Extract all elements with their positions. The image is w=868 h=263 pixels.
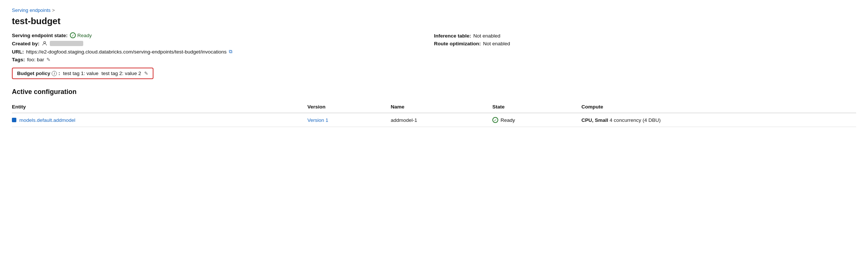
active-configuration-title: Active configuration bbox=[12, 88, 856, 96]
entity-cell: models.default.addmodel bbox=[12, 113, 307, 127]
state-cell: ✓ Ready bbox=[492, 113, 582, 127]
config-table: Entity Version Name State Compute models… bbox=[12, 101, 856, 127]
url-label: URL: bbox=[12, 49, 24, 55]
svg-point-0 bbox=[44, 42, 46, 43]
entity-square-icon bbox=[12, 118, 16, 122]
breadcrumb: Serving endpoints > bbox=[12, 7, 856, 13]
col-compute: Compute bbox=[582, 101, 856, 113]
breadcrumb-link[interactable]: Serving endpoints bbox=[12, 7, 51, 13]
url-text: https://e2-dogfood.staging.cloud.databri… bbox=[26, 49, 227, 55]
table-header-row: Entity Version Name State Compute bbox=[12, 101, 856, 113]
breadcrumb-separator: > bbox=[52, 7, 55, 13]
inference-value: Not enabled bbox=[473, 33, 501, 39]
tags-edit-icon[interactable]: ✎ bbox=[46, 57, 51, 62]
created-by-row: Created by: bbox=[12, 40, 434, 46]
version-cell: Version 1 bbox=[307, 113, 391, 127]
version-link[interactable]: Version 1 bbox=[307, 117, 328, 123]
col-entity: Entity bbox=[12, 101, 307, 113]
budget-policy-box: Budget policy i : test tag 1: value test… bbox=[12, 68, 153, 79]
budget-policy-info-icon[interactable]: i bbox=[52, 71, 57, 76]
state-check-icon: ✓ bbox=[492, 117, 498, 123]
meta-right: Inference table: Not enabled Route optim… bbox=[434, 32, 856, 66]
route-label: Route optimization: bbox=[434, 41, 481, 46]
state-ready-text: Ready bbox=[501, 117, 515, 123]
route-row: Route optimization: Not enabled bbox=[434, 41, 856, 46]
route-value: Not enabled bbox=[483, 41, 510, 46]
page-title: test-budget bbox=[12, 16, 856, 26]
budget-tag-2: test tag 2: value 2 bbox=[101, 71, 141, 76]
compute-cell: CPU, Small 4 concurrency (4 DBU) bbox=[582, 113, 856, 127]
compute-bold-text: CPU, Small bbox=[582, 117, 608, 123]
budget-policy-text: Budget policy bbox=[17, 71, 50, 76]
active-configuration-section: Active configuration Entity Version Name… bbox=[12, 88, 856, 127]
col-state: State bbox=[492, 101, 582, 113]
state-text: Ready bbox=[77, 33, 92, 38]
budget-policy-label: Budget policy i : bbox=[17, 71, 60, 76]
inference-row: Inference table: Not enabled bbox=[434, 33, 856, 39]
meta-section: Serving endpoint state: ✓ Ready Created … bbox=[12, 32, 856, 66]
name-cell: addmodel-1 bbox=[391, 113, 492, 127]
created-by-redacted bbox=[50, 41, 83, 46]
col-version: Version bbox=[307, 101, 391, 113]
state-value: ✓ Ready bbox=[70, 32, 92, 38]
url-row: URL: https://e2-dogfood.staging.cloud.da… bbox=[12, 49, 434, 55]
state-row: Serving endpoint state: ✓ Ready bbox=[12, 32, 434, 38]
copy-icon[interactable]: ⧉ bbox=[229, 49, 232, 55]
inference-label: Inference table: bbox=[434, 33, 471, 39]
created-by-label: Created by: bbox=[12, 41, 39, 46]
budget-policy-edit-icon[interactable]: ✎ bbox=[144, 71, 148, 76]
budget-tag-1: test tag 1: value bbox=[63, 71, 98, 76]
user-icon bbox=[42, 40, 48, 46]
tags-label: Tags: bbox=[12, 57, 25, 62]
table-row: models.default.addmodel Version 1 addmod… bbox=[12, 113, 856, 127]
compute-rest-text: 4 concurrency (4 DBU) bbox=[608, 117, 661, 123]
check-circle-icon: ✓ bbox=[70, 32, 76, 38]
entity-link[interactable]: models.default.addmodel bbox=[19, 117, 75, 123]
tags-row: Tags: foo: bar ✎ bbox=[12, 57, 434, 62]
col-name: Name bbox=[391, 101, 492, 113]
url-value: https://e2-dogfood.staging.cloud.databri… bbox=[26, 49, 232, 55]
state-label: Serving endpoint state: bbox=[12, 33, 68, 38]
meta-left: Serving endpoint state: ✓ Ready Created … bbox=[12, 32, 434, 66]
tags-value: foo: bar bbox=[27, 57, 44, 62]
